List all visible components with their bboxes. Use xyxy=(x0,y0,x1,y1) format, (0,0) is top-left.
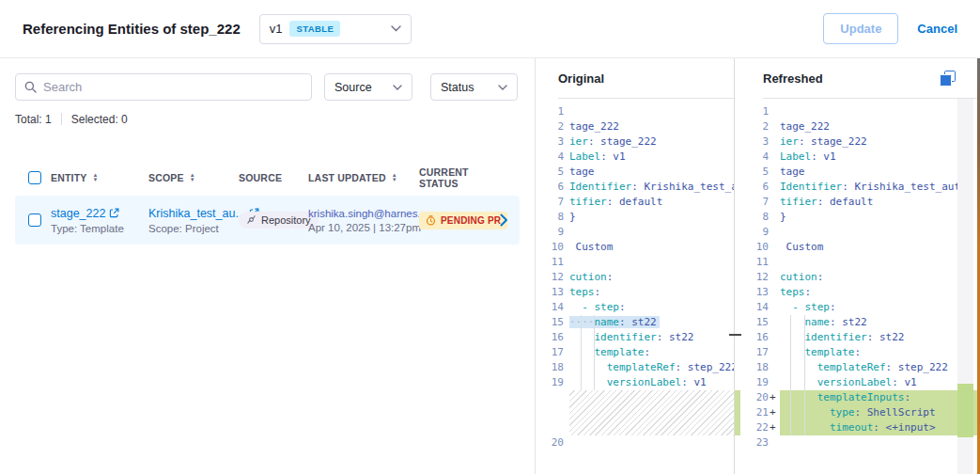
code-line: 7tifier: default xyxy=(735,195,980,210)
sort-arrows-icon: ▲▼ xyxy=(190,173,195,182)
code-line: 8} xyxy=(735,210,980,225)
code-line: 18 templateRef: step_222 xyxy=(735,360,980,375)
copy-icon[interactable] xyxy=(940,71,956,87)
indent-guide xyxy=(581,315,582,390)
code-line: 20 xyxy=(536,435,734,450)
chevron-right-icon[interactable] xyxy=(500,213,508,227)
code-line: 3ier: stage_222 xyxy=(735,134,980,150)
code-line: 15····name: st22 xyxy=(536,315,734,330)
code-line: 23 xyxy=(735,435,980,450)
code-line: 1 xyxy=(735,104,980,119)
column-source: SOURCE xyxy=(239,172,308,183)
status-badge: PENDING PR xyxy=(419,212,507,229)
scope-link[interactable]: Krishika_test_au... xyxy=(148,207,239,220)
search-icon xyxy=(24,81,37,93)
indent-guide xyxy=(804,315,805,435)
refreshed-code[interactable]: 12tage_2223ier: stage_2224Label: v15tage… xyxy=(735,99,980,473)
code-line: 16 identifier: st22 xyxy=(735,330,980,345)
diff-refreshed-pane: Refreshed 12tage_2223ier: stage_2224Labe… xyxy=(735,58,980,474)
code-line: 1 xyxy=(536,104,734,119)
code-line: 5tage xyxy=(735,165,980,180)
column-last-updated[interactable]: LAST UPDATED ▲▼ xyxy=(308,172,419,183)
source-filter[interactable]: Source xyxy=(324,73,412,101)
code-line: 19 versionLabel: v1 xyxy=(536,375,734,390)
cancel-button[interactable]: Cancel xyxy=(917,22,957,36)
code-line: 11 xyxy=(536,255,734,270)
code-line: 9 xyxy=(536,225,734,240)
code-line: 19 versionLabel: v1 xyxy=(735,375,980,390)
entity-type: Type: Template xyxy=(51,223,148,234)
column-current-status: CURRENT STATUS xyxy=(419,166,500,189)
scope-sub: Scope: Project xyxy=(148,223,239,234)
code-line: 20+ templateInputs: xyxy=(735,390,980,405)
search-input[interactable] xyxy=(43,80,303,94)
diff-sash-marker xyxy=(729,334,741,336)
omitted-lines-hatch xyxy=(569,390,734,435)
totals-divider xyxy=(61,113,62,125)
source-filter-label: Source xyxy=(334,81,372,94)
refreshed-title: Refreshed xyxy=(763,71,823,86)
code-line: 13teps: xyxy=(536,285,734,300)
entities-panel: Source Status Total: 1 Selected: 0 xyxy=(0,58,536,474)
original-code[interactable]: 12tage_2223ier: stage_2224Label: v15tage… xyxy=(536,99,734,473)
code-line: 6Identifier: Krishika_test_aut xyxy=(735,180,980,195)
code-line: 7tifier: default xyxy=(536,195,734,210)
original-title: Original xyxy=(558,71,604,86)
sort-arrows-icon: ▲▼ xyxy=(392,173,397,182)
version-select[interactable]: v1 STABLE xyxy=(259,14,412,44)
chevron-down-icon xyxy=(498,85,507,90)
indent-guide xyxy=(790,315,791,435)
code-line: 11 xyxy=(735,255,980,270)
source-badge: Repository xyxy=(239,212,319,229)
search-box xyxy=(15,73,312,101)
overview-ruler[interactable] xyxy=(957,99,973,474)
chevron-down-icon xyxy=(391,25,401,32)
code-line: 4Label: v1 xyxy=(735,150,980,165)
referencing-entities-modal: Referencing Entities of step_222 v1 STAB… xyxy=(0,0,980,474)
code-line: 6Identifier: Krishika_test_aut xyxy=(536,180,734,195)
code-line: 2tage_222 xyxy=(735,119,980,134)
indent-guide xyxy=(594,315,595,390)
code-line: 14 - step: xyxy=(536,300,734,315)
code-line: 4Label: v1 xyxy=(536,150,734,165)
code-line: 16 identifier: st22 xyxy=(536,330,734,345)
totals-row: Total: 1 Selected: 0 xyxy=(15,112,520,126)
git-repository-icon xyxy=(246,214,257,225)
entity-link[interactable]: stage_222 xyxy=(51,207,148,220)
code-line: 17 template: xyxy=(536,345,734,360)
diff-viewer: Original 12tage_2223ier: stage_2224Label… xyxy=(536,58,980,474)
code-line: 5tage xyxy=(536,165,734,180)
code-line: 22+ timeout: <+input> xyxy=(735,420,980,435)
update-button[interactable]: Update xyxy=(823,13,898,44)
code-line: 12cution: xyxy=(536,270,734,285)
code-line: 10 Custom xyxy=(536,240,734,255)
refreshed-pane-header: Refreshed xyxy=(735,58,980,99)
code-line: 8} xyxy=(536,210,734,225)
code-line: 3ier: stage_222 xyxy=(536,134,734,150)
table-row[interactable]: stage_222 Type: Template Krishika_test_a… xyxy=(15,196,520,245)
code-line: 17 template: xyxy=(735,345,980,360)
code-line: 18 templateRef: step_222 xyxy=(536,360,734,375)
updated-by: krishika.singh@harnes... xyxy=(308,208,419,219)
original-pane-header: Original xyxy=(536,58,734,99)
version-stable-badge: STABLE xyxy=(289,21,340,37)
row-checkbox[interactable] xyxy=(28,213,41,227)
code-line: 12cution: xyxy=(735,270,980,285)
selected-count: Selected: 0 xyxy=(71,113,128,126)
column-scope[interactable]: SCOPE ▲▼ xyxy=(148,172,239,183)
clock-icon xyxy=(426,215,436,226)
table-header: ENTITY ▲▼ SCOPE ▲▼ SOURCE LAST UPDATED ▲… xyxy=(15,169,520,186)
version-label: v1 xyxy=(270,22,283,36)
column-entity[interactable]: ENTITY ▲▼ xyxy=(51,172,148,183)
select-all-checkbox[interactable] xyxy=(28,171,41,184)
code-line: 21+ type: ShellScript xyxy=(735,405,980,420)
code-line: 10 Custom xyxy=(735,240,980,255)
modal-header: Referencing Entities of step_222 v1 STAB… xyxy=(0,0,980,58)
status-filter-label: Status xyxy=(441,81,474,94)
page-title: Referencing Entities of step_222 xyxy=(23,21,241,37)
chevron-down-icon xyxy=(393,85,402,90)
filters-row: Source Status xyxy=(15,73,520,101)
code-line: 2tage_222 xyxy=(536,119,734,134)
status-filter[interactable]: Status xyxy=(430,73,518,101)
updated-at: Apr 10, 2025 | 13:27pm xyxy=(308,222,419,233)
